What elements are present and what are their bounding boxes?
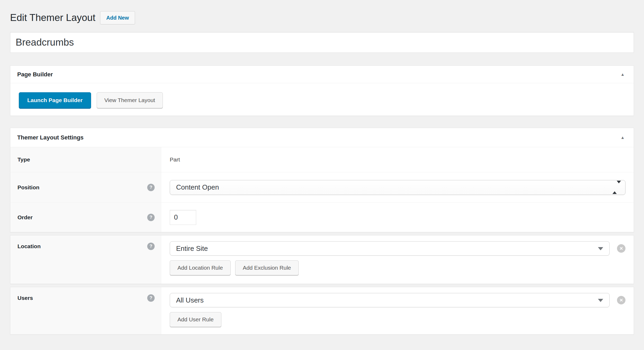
select-stepper-icon	[612, 183, 621, 191]
location-label-cell: Location ?	[10, 235, 161, 284]
settings-metabox-title: Themer Layout Settings	[17, 134, 84, 141]
add-user-rule-button[interactable]: Add User Rule	[170, 312, 221, 327]
help-icon[interactable]: ?	[147, 243, 155, 250]
layout-title-input[interactable]	[10, 32, 634, 53]
position-row: Position ? Content Open	[10, 172, 634, 202]
position-label-cell: Position ?	[10, 172, 161, 202]
page-header: Edit Themer Layout Add New	[10, 0, 634, 25]
location-row: Location ? Entire Site ✕ Add Location Ru…	[10, 235, 634, 284]
users-value-cell: All Users ✕ Add User Rule	[161, 287, 634, 334]
add-exclusion-rule-button[interactable]: Add Exclusion Rule	[235, 260, 299, 275]
location-rule-line: Entire Site ✕	[170, 241, 625, 256]
users-row: Users ? All Users ✕ Add User Rule	[10, 287, 634, 334]
section-divider	[10, 232, 634, 235]
collapse-icon[interactable]: ▲	[618, 72, 627, 77]
location-label: Location	[17, 243, 41, 250]
section-divider	[10, 284, 634, 287]
help-icon[interactable]: ?	[147, 214, 155, 221]
position-select[interactable]: Content Open	[170, 180, 625, 195]
order-label-cell: Order ?	[10, 203, 161, 232]
launch-page-builder-button[interactable]: Launch Page Builder	[19, 92, 91, 108]
type-label: Type	[17, 156, 30, 163]
remove-location-rule-icon[interactable]: ✕	[617, 244, 625, 253]
user-rule-buttons: Add User Rule	[170, 312, 625, 327]
help-icon[interactable]: ?	[147, 184, 155, 191]
order-input[interactable]	[170, 210, 196, 225]
location-rule-select[interactable]: Entire Site	[170, 241, 610, 256]
collapse-icon[interactable]: ▲	[618, 135, 627, 140]
page-builder-metabox-header: Page Builder ▲	[10, 66, 634, 83]
location-rule-value: Entire Site	[176, 244, 208, 253]
view-themer-layout-button[interactable]: View Themer Layout	[97, 92, 163, 108]
order-label: Order	[17, 214, 33, 221]
chevron-down-icon	[617, 181, 621, 191]
user-rule-value: All Users	[176, 296, 204, 304]
add-location-rule-button[interactable]: Add Location Rule	[170, 260, 231, 275]
type-label-cell: Type	[10, 147, 161, 172]
page-builder-metabox: Page Builder ▲ Launch Page Builder View …	[10, 65, 634, 116]
location-value-cell: Entire Site ✕ Add Location Rule Add Excl…	[161, 235, 634, 284]
content-area: Edit Themer Layout Add New Page Builder …	[0, 0, 644, 335]
chevron-up-icon	[612, 183, 617, 194]
location-rule-buttons: Add Location Rule Add Exclusion Rule	[170, 260, 625, 275]
page-title: Edit Themer Layout	[10, 11, 95, 25]
users-label: Users	[17, 294, 33, 302]
users-section: Users ? All Users ✕ Add User Rule	[10, 287, 634, 335]
type-value: Part	[170, 156, 180, 163]
add-new-button[interactable]: Add New	[100, 11, 135, 24]
position-value-cell: Content Open	[161, 172, 634, 202]
location-section: Location ? Entire Site ✕ Add Location Ru…	[10, 235, 634, 284]
chevron-down-icon	[598, 299, 603, 302]
users-label-cell: Users ?	[10, 287, 161, 334]
chevron-down-icon	[598, 247, 603, 250]
settings-metabox-header: Themer Layout Settings ▲	[10, 128, 634, 147]
remove-user-rule-icon[interactable]: ✕	[617, 296, 625, 304]
position-label: Position	[17, 184, 39, 191]
help-icon[interactable]: ?	[147, 294, 155, 302]
page-builder-metabox-title: Page Builder	[17, 71, 53, 78]
settings-metabox: Themer Layout Settings ▲ Type Part Posit…	[10, 128, 634, 232]
position-select-value: Content Open	[176, 183, 219, 191]
order-row: Order ?	[10, 202, 634, 232]
type-value-cell: Part	[161, 147, 634, 172]
order-value-cell	[161, 203, 634, 232]
user-rule-line: All Users ✕	[170, 293, 625, 307]
themer-layout-settings: Themer Layout Settings ▲ Type Part Posit…	[10, 128, 634, 335]
type-row: Type Part	[10, 147, 634, 172]
page-builder-metabox-body: Launch Page Builder View Themer Layout	[10, 83, 634, 116]
user-rule-select[interactable]: All Users	[170, 293, 610, 307]
